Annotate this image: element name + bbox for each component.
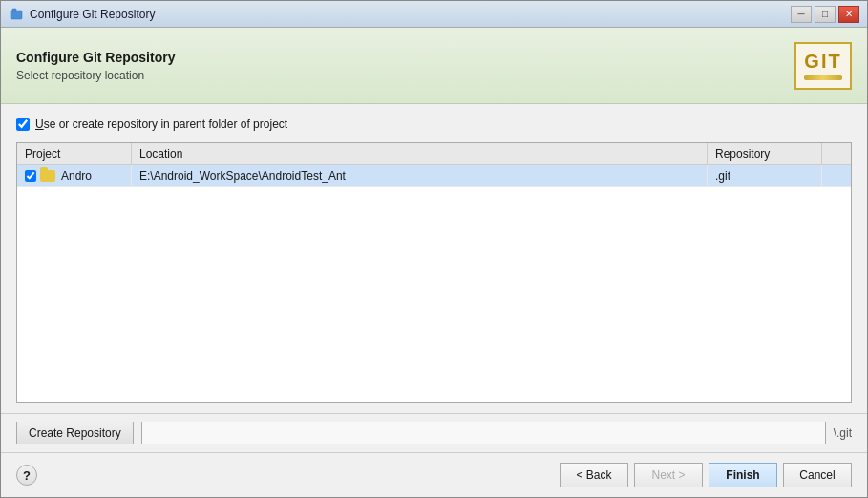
back-button[interactable]: < Back xyxy=(560,463,628,487)
cell-project: Andro xyxy=(17,165,132,186)
minimize-button[interactable]: ─ xyxy=(791,6,812,23)
title-bar: Configure Git Repository ─ □ ✕ xyxy=(1,1,867,28)
col-project: Project xyxy=(17,143,132,164)
table-header: Project Location Repository xyxy=(17,143,851,165)
maximize-button[interactable]: □ xyxy=(815,6,836,23)
help-button[interactable]: ? xyxy=(16,465,37,486)
projects-table: Project Location Repository Andro E:\And… xyxy=(16,142,852,403)
col-extra xyxy=(822,143,851,164)
use-parent-folder-checkbox[interactable] xyxy=(16,118,30,131)
window-title: Configure Git Repository xyxy=(30,8,791,21)
use-parent-folder-row: Use or create repository in parent folde… xyxy=(16,114,852,135)
dialog-title: Configure Git Repository xyxy=(16,50,175,65)
finish-button[interactable]: Finish xyxy=(709,463,777,487)
close-button[interactable]: ✕ xyxy=(838,6,859,23)
header-panel: Configure Git Repository Select reposito… xyxy=(1,28,867,104)
footer-buttons: < Back Next > Finish Cancel xyxy=(560,463,852,487)
git-logo-text: GIT xyxy=(804,52,841,71)
svg-rect-0 xyxy=(11,11,22,19)
cell-repository: .git xyxy=(708,165,822,186)
create-repository-button[interactable]: Create Repository xyxy=(16,422,134,444)
header-text: Configure Git Repository Select reposito… xyxy=(16,50,175,82)
footer-left: ? xyxy=(16,465,37,486)
folder-icon xyxy=(40,170,55,182)
col-location: Location xyxy=(132,143,708,164)
use-parent-folder-label: Use or create repository in parent folde… xyxy=(35,118,287,131)
dialog-footer: ? < Back Next > Finish Cancel xyxy=(1,452,867,497)
cell-location: E:\Android_WorkSpace\AndroidTest_Ant xyxy=(132,165,708,186)
git-logo-bar xyxy=(804,75,842,80)
dialog-subtitle: Select repository location xyxy=(16,69,175,82)
svg-rect-1 xyxy=(12,9,16,11)
git-logo: GIT xyxy=(794,42,852,90)
configure-git-dialog: Configure Git Repository ─ □ ✕ Configure… xyxy=(0,0,868,498)
table-row[interactable]: Andro E:\Android_WorkSpace\AndroidTest_A… xyxy=(17,165,851,187)
bottom-section: Create Repository \.git xyxy=(1,413,867,452)
col-repository: Repository xyxy=(708,143,822,164)
main-content: Use or create repository in parent folde… xyxy=(1,104,867,413)
window-icon xyxy=(9,7,24,22)
row-checkbox[interactable] xyxy=(25,170,36,182)
cell-extra xyxy=(822,165,851,186)
cancel-button[interactable]: Cancel xyxy=(783,463,852,487)
table-body: Andro E:\Android_WorkSpace\AndroidTest_A… xyxy=(17,165,851,402)
next-button[interactable]: Next > xyxy=(634,463,703,487)
repo-path-input[interactable] xyxy=(141,422,826,444)
window-controls: ─ □ ✕ xyxy=(791,6,859,23)
git-suffix-label: \.git xyxy=(834,426,852,440)
